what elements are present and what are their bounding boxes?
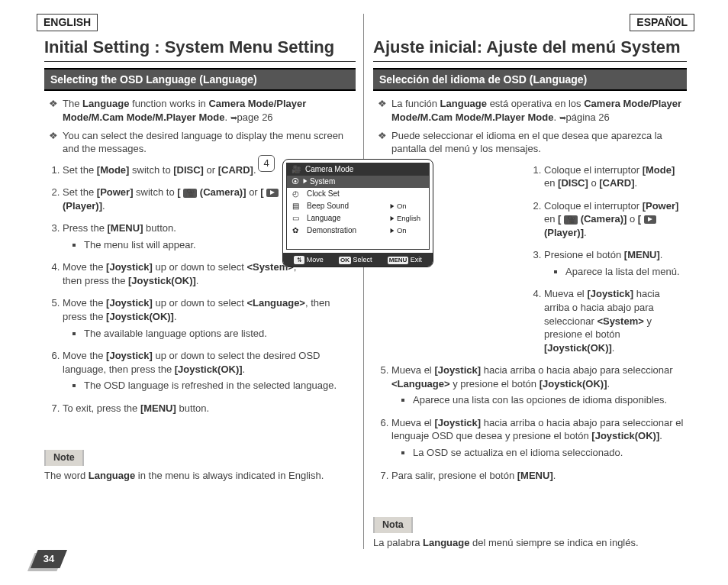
- step-es-2: Coloque el interruptor [Power] en [ (Cam…: [544, 199, 687, 240]
- step-es-3: Presione el botón [MENU]. Aparece la lis…: [544, 248, 687, 278]
- lcd-row-clock: Clock Set: [302, 189, 389, 199]
- page-title-en: Initial Setting : System Menu Setting: [44, 36, 356, 62]
- camera-icon: [183, 189, 197, 198]
- section-head-es: Selección del idioma de OSD (Language): [373, 68, 687, 92]
- step-es-7: Para salir, presione el botón [MENU].: [391, 469, 687, 483]
- note-label-en: Note: [44, 450, 84, 466]
- section-head-en: Selecting the OSD Language (Language): [44, 68, 356, 92]
- bullet-es-2: Puede seleccionar el idioma en el que de…: [391, 129, 687, 156]
- step-en-3: Press the [MENU] button. The menu list w…: [63, 221, 314, 251]
- lcd-illustration: 4 🎥 Camera Mode ⦿ ► System ◴ Clock Set ▤…: [282, 159, 435, 267]
- step-en-1: Set the [Mode] switch to [DISC] or [CARD…: [63, 163, 314, 177]
- substep-es-3: Aparece la lista del menú.: [565, 265, 687, 279]
- step-en-5: Move the [Joystick] up or down to select…: [63, 296, 356, 340]
- camera-icon: [564, 215, 578, 225]
- lcd-row-demo: Demonstration: [302, 225, 389, 236]
- bullet-es-1: La función Language está operativa en lo…: [391, 97, 687, 124]
- play-icon: [266, 189, 279, 197]
- gear-icon: ✿: [288, 225, 302, 236]
- note-text-en: The word Language in the menu is always …: [44, 469, 356, 483]
- note-text-es: La palabra Language del menú siempre se …: [373, 536, 687, 550]
- step-es-6: Mueva el [Joystick] hacia arriba o hacia…: [391, 416, 687, 460]
- column-english: ENGLISH Initial Setting : System Menu Se…: [23, 14, 364, 549]
- camcorder-icon: 🎥: [292, 164, 301, 175]
- bullet-en-1: The Language function works in Camera Mo…: [63, 97, 356, 124]
- bullet-en-2: You can select the desired language to d…: [63, 129, 356, 156]
- updown-icon: ⇅: [294, 256, 304, 264]
- lcd-screen: 🎥 Camera Mode ⦿ ► System ◴ Clock Set ▤ B…: [282, 159, 433, 267]
- page-title-es: Ajuste inicial: Ajuste del menú System: [373, 36, 687, 62]
- lcd-row-beep: Beep Sound: [302, 201, 389, 212]
- tape-icon: ▭: [288, 213, 302, 224]
- lcd-row-language: Language: [302, 213, 389, 224]
- language-tag-english: ENGLISH: [37, 14, 98, 31]
- lcd-footer: ⇅ Move OK Select MENU Exit: [283, 253, 433, 267]
- menu-key-icon: MENU: [388, 257, 409, 265]
- page-number: 34: [31, 550, 69, 570]
- step-en-6: Move the [Joystick] up or down to select…: [63, 349, 356, 393]
- step-number-box: 4: [258, 155, 275, 172]
- column-spanish: ESPAÑOL Ajuste inicial: Ajuste del menú …: [364, 14, 705, 549]
- disc-icon: ⦿: [288, 176, 302, 187]
- step-es-1: Coloque el interruptor [Mode] en [DISC] …: [544, 163, 687, 190]
- step-en-7: To exit, press the [MENU] button.: [63, 402, 356, 415]
- substep-es-6: La OSD se actualiza en el idioma selecci…: [413, 446, 687, 460]
- note-label-es: Nota: [373, 517, 413, 533]
- language-tag-spanish: ESPAÑOL: [630, 14, 694, 31]
- step-en-2: Set the [Power] switch to [ (Camera)] or…: [63, 186, 314, 212]
- card-icon: ▤: [288, 201, 302, 212]
- ok-key-icon: OK: [339, 257, 351, 265]
- step-es-4: Mueva el [Joystick] hacia arriba o hacia…: [544, 287, 687, 354]
- substep-en-3: The menu list will appear.: [84, 238, 314, 252]
- substep-es-5: Aparece una lista con las opciones de id…: [413, 393, 687, 407]
- substep-en-6: The OSD language is refreshed in the sel…: [84, 379, 356, 393]
- play-icon: [644, 215, 656, 224]
- lcd-system-label: System: [310, 176, 335, 187]
- step-en-4: Move the [Joystick] up or down to select…: [63, 260, 314, 287]
- clock-icon: ◴: [288, 189, 302, 199]
- step-es-5: Mueva el [Joystick] hacia arriba o hacia…: [391, 364, 687, 407]
- substep-en-5: The available language options are liste…: [84, 327, 356, 341]
- lcd-mode-title: Camera Mode: [305, 164, 353, 175]
